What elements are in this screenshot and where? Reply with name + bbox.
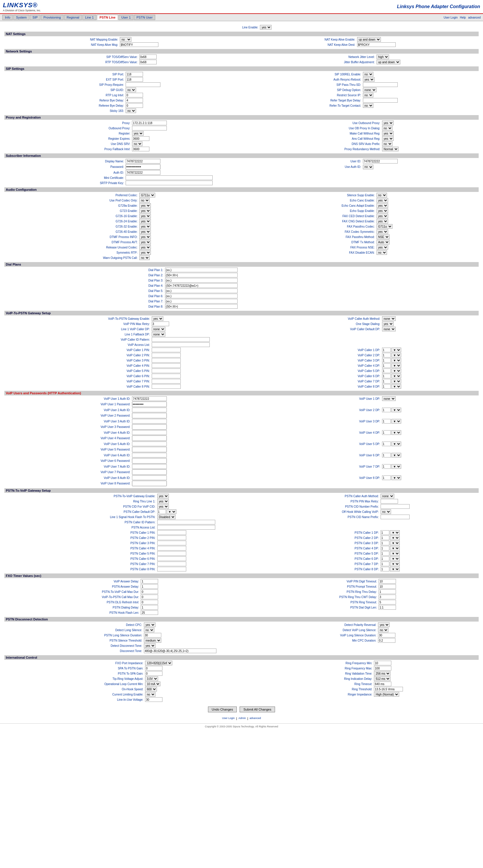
fax-codec-sym-select[interactable]: yes [376,229,388,234]
pstn-cid-name-prefix-input[interactable] [381,515,410,519]
pstn-hook-flash-len-input[interactable] [141,610,158,615]
voip-user7-dp-select[interactable]: ▼ [391,464,401,469]
g726-16-select[interactable]: yes [139,214,151,218]
pstn-caller-3-dp-select[interactable]: ▼ [390,541,400,545]
pstn-dlg-refresh-input[interactable] [141,600,158,604]
tab-regional[interactable]: Regional [64,15,82,20]
voip-user1-auth-input[interactable] [132,396,167,401]
voip-long-silence-dur-input[interactable] [378,633,395,638]
voip-caller-8-dp-input[interactable] [382,384,391,389]
voip-user8-auth-input[interactable] [132,475,167,480]
make-call-without-reg-select[interactable]: yes [382,131,394,136]
rtp-tos-input[interactable] [139,60,157,64]
auth-id-input[interactable] [126,170,160,175]
pstn-to-spa-gain-input[interactable] [145,671,162,676]
srtp-private-key-input[interactable] [126,181,213,185]
register-expires-input[interactable] [132,136,149,141]
g729a-select[interactable]: yes [139,203,151,208]
voip-user1-pw-input[interactable] [132,402,167,407]
sticky-183-select[interactable]: no [126,108,136,113]
network-jitter-select[interactable]: high [376,55,389,59]
pstn-caller-8-dp-input[interactable] [381,567,389,571]
voip-user3-dp-input[interactable] [382,419,391,424]
pstn-caller-id-pattern-input[interactable] [157,520,215,524]
tab-line1[interactable]: Line 1 [82,15,96,20]
voip-caller-3-pin-input[interactable] [152,358,181,363]
pstn-caller-5-pin-input[interactable] [157,551,186,556]
voip-user8-dp-select[interactable]: ▼ [391,475,401,480]
use-auth-id-select[interactable]: no [363,165,373,169]
pstn-answer-delay-input[interactable] [141,584,158,589]
detect-long-silence-select[interactable]: no [144,628,154,632]
voip-user7-auth-input[interactable] [132,464,167,469]
pstn-caller-6-dp-select[interactable]: ▼ [390,556,400,561]
pstn-ring-thru-cwt-input[interactable] [379,595,396,599]
footer-admin-link[interactable]: Admin [238,717,246,720]
echo-canc-adapt-select[interactable]: yes [376,203,388,208]
voip-caller-3-dp-input[interactable] [382,358,391,363]
pstn-caller-8-dp-select[interactable]: ▼ [390,567,400,571]
spa-to-pstn-gain-input[interactable] [145,666,162,671]
detect-polarity-select[interactable]: yes [378,622,390,627]
jitter-buffer-select[interactable]: up and down [376,60,400,64]
ring-timeout-input[interactable] [374,682,391,686]
voip-caller-1-dp-input[interactable] [382,348,391,352]
pstn-caller-auth-select[interactable]: none [381,494,394,498]
proxy-fallback-input[interactable] [132,147,149,151]
voip-caller-3-dp-select[interactable]: ▼ [391,358,401,363]
voip-user2-dp-select[interactable]: ▼ [391,408,401,412]
voip-user3-dp-select[interactable]: ▼ [391,419,401,424]
voip-pstn-enable-select[interactable]: yes [152,316,163,321]
tab-system[interactable]: System [13,15,29,20]
line-in-use-voltage-input[interactable] [145,697,162,702]
voip-user4-dp-input[interactable] [382,430,391,435]
fax-disable-ecan-select[interactable]: no [376,250,387,255]
pstn-caller-3-dp-input[interactable] [381,541,389,545]
pstn-caller-2-dp-select[interactable]: ▼ [390,535,400,540]
tab-pstn-user[interactable]: PSTN User [134,15,155,20]
voip-user8-pw-input[interactable] [132,481,167,486]
pstn-caller-6-dp-input[interactable] [381,556,389,561]
use-ob-proxy-select[interactable]: no [382,126,392,130]
pstn-caller-4-dp-input[interactable] [381,546,389,551]
user-id-input[interactable] [363,159,398,163]
pstn-caller-8-pin-input[interactable] [157,567,186,571]
dtmf-info-select[interactable]: yes [139,235,151,239]
voip-user5-dp-input[interactable] [382,441,391,446]
advanced-link[interactable]: advanced [468,16,481,19]
ring-validation-time-select[interactable]: 256 ms [374,671,390,676]
voip-user6-auth-input[interactable] [132,453,167,458]
voip-caller-2-dp-input[interactable] [382,353,391,358]
sip-debug-select[interactable]: none [363,88,376,92]
g723-select[interactable]: yes [139,209,151,213]
display-name-input[interactable] [126,159,160,163]
fax-passthru-method-select[interactable]: NSE [376,235,390,239]
refer-to-target-select[interactable]: no [363,103,373,108]
voip-user2-dp-input[interactable] [382,408,391,412]
current-limiting-select[interactable]: no [145,692,155,697]
dial-plan-5-input[interactable] [165,288,238,293]
tab-pstn-line[interactable]: PSTN Line [97,15,118,20]
voip-user4-pw-input[interactable] [132,435,167,441]
voip-user5-pw-input[interactable] [132,447,167,452]
voip-caller-default-dp-select[interactable]: none [382,327,396,331]
fax-cng-select[interactable]: yes [376,219,388,223]
user-login-link[interactable]: User Login [444,16,457,19]
sip-tos-input[interactable] [139,55,157,59]
ring-threshold-input[interactable] [374,687,403,691]
ring-freq-max-input[interactable] [374,666,391,671]
silence-supp-select[interactable]: no [376,193,387,197]
voip-caller-6-dp-select[interactable]: ▼ [391,374,401,378]
tip-ring-voltage-select[interactable]: 3.0V [145,676,158,681]
voip-pin-digit-timeout-input[interactable] [379,579,396,584]
voip-caller-4-pin-input[interactable] [152,363,181,368]
warn-outgoing-select[interactable]: no [139,255,150,260]
fxo-port-impedance-select[interactable]: 120+820||115nf [145,661,172,665]
nat-keep-alive-select[interactable]: up and down [357,37,381,42]
symmetric-rtp-select[interactable]: yes [139,250,151,255]
pstn-caller-7-dp-input[interactable] [381,562,389,566]
pstn-silence-threshold-select[interactable]: medium [144,638,161,643]
sip-pass-thru-input[interactable] [363,82,398,87]
voip-user1-dp-select[interactable]: none [382,396,396,401]
detect-cpc-select[interactable]: yes [144,622,155,627]
